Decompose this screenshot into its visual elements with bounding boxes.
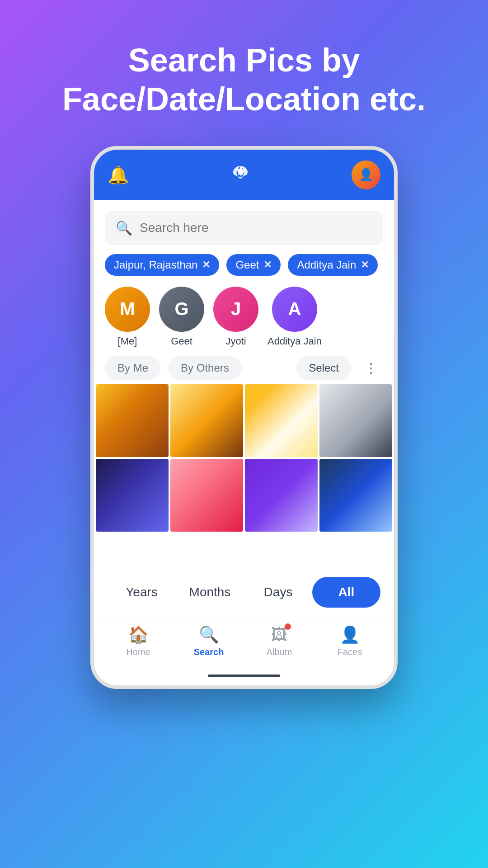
person-avatar-jyoti: J bbox=[213, 287, 258, 332]
photo-5[interactable] bbox=[96, 459, 169, 532]
hero-line2: Face/Date/Location etc. bbox=[62, 81, 426, 117]
user-avatar[interactable]: 👤 bbox=[352, 160, 380, 189]
app-header: 🔔 ⚜ 👤 bbox=[94, 150, 394, 200]
chip-label: Jaipur, Rajasthan bbox=[114, 259, 197, 271]
search-bar[interactable]: 🔍 bbox=[105, 211, 383, 245]
more-options-icon[interactable]: ⋮ bbox=[359, 356, 383, 379]
search-icon: 🔍 bbox=[116, 220, 132, 236]
album-notification-badge bbox=[285, 623, 291, 630]
filter-chips: Jaipur, Rajasthan ✕ Geet ✕ Additya Jain … bbox=[94, 245, 394, 276]
bell-icon[interactable]: 🔔 bbox=[108, 165, 129, 185]
app-logo: ⚜ bbox=[229, 162, 252, 188]
photo-image-7 bbox=[245, 459, 318, 532]
select-button[interactable]: Select bbox=[296, 356, 352, 380]
nav-home[interactable]: 🏠 Home bbox=[103, 625, 174, 657]
nav-home-label: Home bbox=[126, 647, 150, 657]
bottom-nav: 🏠 Home 🔍 Search 🖼 Album 👤 Faces bbox=[94, 617, 394, 670]
nav-album-label: Album bbox=[267, 647, 292, 657]
person-additya[interactable]: A Additya Jain bbox=[267, 287, 322, 347]
avatar-image: 👤 bbox=[359, 168, 373, 182]
chip-label: Additya Jain bbox=[297, 259, 356, 271]
chip-remove-geet[interactable]: ✕ bbox=[263, 259, 272, 271]
nav-album[interactable]: 🖼 Album bbox=[244, 625, 314, 657]
photo-6[interactable] bbox=[170, 459, 243, 532]
album-badge-container: 🖼 bbox=[271, 625, 287, 644]
home-indicator-bar bbox=[208, 675, 280, 677]
search-input[interactable] bbox=[140, 221, 372, 235]
months-tab[interactable]: Months bbox=[176, 577, 244, 608]
nav-faces[interactable]: 👤 Faces bbox=[314, 625, 385, 657]
filter-row: By Me By Others Select ⋮ bbox=[94, 347, 394, 384]
photo-grid bbox=[94, 384, 394, 532]
hero-text: Search Pics by Face/Date/Location etc. bbox=[26, 41, 462, 119]
content-whitespace bbox=[94, 532, 394, 568]
home-icon: 🏠 bbox=[128, 625, 149, 644]
days-tab[interactable]: Days bbox=[244, 577, 312, 608]
years-tab[interactable]: Years bbox=[108, 577, 176, 608]
nav-faces-label: Faces bbox=[338, 647, 362, 657]
chip-jaipur[interactable]: Jaipur, Rajasthan ✕ bbox=[105, 254, 219, 276]
chip-label: Geet bbox=[235, 259, 259, 271]
people-row: M [Me] G Geet J Jyoti A Additya Jain bbox=[94, 276, 394, 347]
photo-1[interactable] bbox=[96, 384, 169, 457]
photo-image-6 bbox=[170, 459, 243, 532]
search-nav-icon: 🔍 bbox=[199, 625, 219, 644]
photo-image-1 bbox=[96, 384, 169, 457]
time-filter: Years Months Days All bbox=[94, 568, 394, 617]
photo-4[interactable] bbox=[319, 384, 392, 457]
photo-3[interactable] bbox=[245, 384, 318, 457]
person-avatar-additya: A bbox=[272, 287, 317, 332]
svg-text:⚜: ⚜ bbox=[235, 165, 246, 179]
photo-image-4 bbox=[319, 384, 392, 457]
photo-7[interactable] bbox=[245, 459, 318, 532]
home-indicator bbox=[94, 670, 394, 685]
photo-image-8 bbox=[319, 459, 392, 532]
photo-image-2 bbox=[170, 384, 243, 457]
by-me-button[interactable]: By Me bbox=[105, 356, 161, 380]
photo-2[interactable] bbox=[170, 384, 243, 457]
person-name-additya: Additya Jain bbox=[267, 335, 322, 347]
photo-8[interactable] bbox=[319, 459, 392, 532]
photo-image-5 bbox=[96, 459, 169, 532]
faces-icon: 👤 bbox=[340, 625, 360, 644]
chip-remove-additya[interactable]: ✕ bbox=[361, 259, 369, 271]
chip-additya[interactable]: Additya Jain ✕ bbox=[288, 254, 378, 276]
by-others-button[interactable]: By Others bbox=[168, 356, 242, 380]
hero-line1: Search Pics by bbox=[128, 42, 360, 78]
person-name-me: [Me] bbox=[118, 335, 137, 347]
chip-geet[interactable]: Geet ✕ bbox=[226, 254, 281, 276]
person-jyoti[interactable]: J Jyoti bbox=[213, 287, 258, 347]
nav-search-label: Search bbox=[194, 647, 224, 657]
person-geet[interactable]: G Geet bbox=[159, 287, 204, 347]
photo-image-3 bbox=[245, 384, 318, 457]
all-tab[interactable]: All bbox=[312, 577, 380, 608]
person-avatar-geet: G bbox=[159, 287, 204, 332]
person-me[interactable]: M [Me] bbox=[105, 287, 150, 347]
phone-mockup: 🔔 ⚜ 👤 🔍 Jaipur, Rajasthan ✕ Geet ✕ bbox=[90, 146, 398, 689]
nav-search[interactable]: 🔍 Search bbox=[174, 625, 244, 657]
person-name-jyoti: Jyoti bbox=[225, 335, 246, 347]
person-name-geet: Geet bbox=[171, 335, 192, 347]
chip-remove-jaipur[interactable]: ✕ bbox=[202, 259, 210, 271]
person-avatar-me: M bbox=[105, 287, 150, 332]
